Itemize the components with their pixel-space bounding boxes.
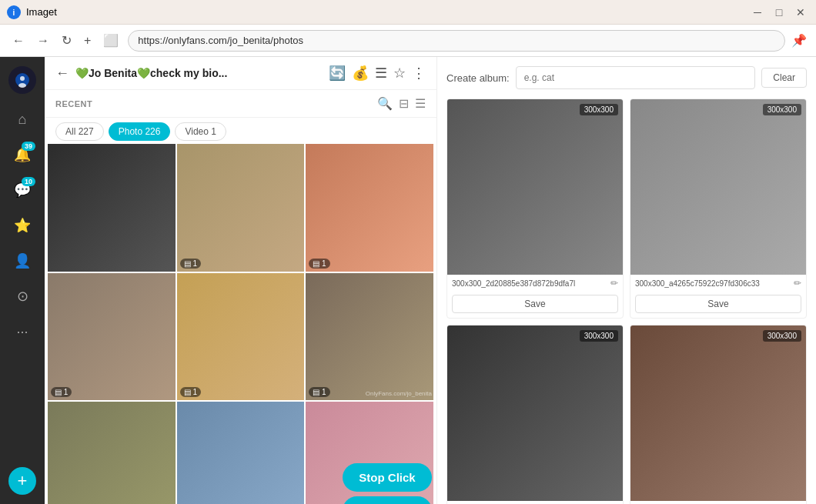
image-info: 300x300_a4265c75922c97fd306c33 ✏: [630, 275, 806, 292]
home-icon: ⌂: [18, 112, 27, 128]
image-size-badge: 300x300: [763, 104, 801, 115]
maximize-button[interactable]: □: [770, 3, 788, 22]
image-thumbnail: 300x300: [447, 99, 623, 275]
new-tab-button[interactable]: +: [81, 31, 94, 51]
list-item[interactable]: [177, 402, 305, 504]
float-buttons: Stop Click Auto Scroll: [343, 463, 432, 504]
list-item: 300x300 300x300_2d20885e387d872b9dfa7l ✏…: [446, 98, 624, 319]
reload-button[interactable]: ↻: [59, 30, 75, 51]
save-image-button[interactable]: Save: [635, 295, 801, 313]
list-item[interactable]: [48, 144, 176, 272]
album-input[interactable]: [516, 66, 756, 89]
right-panel: Create album: Clear 300x300 300x300_2d20…: [437, 57, 816, 504]
photo-placeholder: [177, 402, 305, 504]
profile-actions: 🔄 💰 ☰ ☆ ⋮: [329, 65, 426, 82]
list-item: 300x300 300x300_58bd41ee280e098b65917 ✏ …: [630, 325, 807, 504]
url-input[interactable]: [128, 30, 785, 52]
messages-badge: 10: [22, 177, 35, 186]
tab-all[interactable]: All 227: [55, 122, 104, 141]
edit-icon[interactable]: ✏: [794, 278, 801, 289]
list-item[interactable]: ▤ 1: [177, 144, 305, 272]
sidebar-item-messages[interactable]: 💬 10: [6, 174, 38, 206]
sidebar-item-home[interactable]: ⌂: [6, 103, 38, 135]
auto-scroll-button[interactable]: Auto Scroll: [343, 496, 432, 504]
forward-button[interactable]: →: [34, 31, 52, 51]
photo-placeholder: [48, 144, 176, 272]
browser-bar: ← → ↻ + ⬜ 📌: [0, 25, 816, 57]
image-info: 300x300_2d20885e387d872b9dfa7l ✏: [447, 275, 623, 292]
photo-placeholder: [48, 273, 176, 401]
sort-tab-icon[interactable]: ☰: [415, 96, 426, 111]
sidebar: ⌂ 🔔 39 💬 10 ⭐ 👤 ⊙ ··· +: [0, 57, 45, 504]
image-info: 300x300_1118a40c908fd6598b202c ✏: [447, 501, 623, 504]
app-logo-icon: i: [6, 5, 22, 20]
list-item[interactable]: ▤ 1: [48, 402, 176, 504]
more-icon: ···: [16, 324, 28, 340]
photo-placeholder: [306, 273, 433, 401]
sidebar-item-search[interactable]: ⊙: [6, 280, 38, 312]
save-image-button[interactable]: Save: [452, 295, 618, 313]
grid-wrapper: ▤ 1 ▤ 1 ▤ 1 ▤ 1: [45, 141, 436, 504]
add-button[interactable]: +: [8, 467, 36, 495]
list-item[interactable]: ▤ 1: [306, 144, 433, 272]
photo-placeholder: [177, 273, 305, 401]
photo-placeholder: [177, 144, 305, 272]
svg-point-3: [20, 76, 25, 81]
image-thumbnail: 300x300: [630, 99, 806, 275]
sidebar-item-notifications[interactable]: 🔔 39: [6, 139, 38, 171]
avatar[interactable]: [8, 66, 36, 94]
sidebar-item-favorites[interactable]: ⭐: [6, 209, 38, 242]
stop-click-button[interactable]: Stop Click: [343, 463, 432, 492]
sidebar-item-more[interactable]: ···: [6, 315, 38, 348]
photo-grid-container: ▤ 1 ▤ 1 ▤ 1 ▤ 1: [45, 141, 436, 504]
photo-placeholder: [306, 144, 433, 272]
photo-placeholder: [48, 402, 176, 504]
list-item[interactable]: ▤ 1 OnlyFans.com/jo_benita: [306, 273, 433, 401]
pin-button[interactable]: 📌: [791, 33, 807, 48]
image-size-badge: 300x300: [580, 104, 618, 115]
profile-name: 💚Jo Benita💚check my bio...: [75, 67, 323, 79]
plus-icon: +: [18, 471, 28, 491]
image-size-badge: 300x300: [763, 330, 801, 342]
tab-photo[interactable]: Photo 226: [109, 122, 171, 141]
profile-back-button[interactable]: ←: [55, 65, 69, 82]
notification-badge: 39: [22, 142, 35, 151]
tab-video[interactable]: Video 1: [175, 122, 226, 141]
back-button[interactable]: ←: [9, 31, 28, 51]
layout-tab-icon[interactable]: ⊟: [399, 96, 409, 111]
svg-point-4: [18, 83, 26, 88]
list-item[interactable]: ▤ 1: [177, 273, 305, 401]
refresh-action-button[interactable]: 🔄: [329, 65, 346, 82]
person-icon: 👤: [14, 252, 31, 269]
image-grid: 300x300 300x300_2d20885e387d872b9dfa7l ✏…: [446, 98, 807, 504]
content-panel: ← 💚Jo Benita💚check my bio... 🔄 💰 ☰ ☆ ⋮ R…: [45, 57, 437, 504]
titlebar: i Imaget ─ □ ✕: [0, 0, 816, 25]
search-tab-icon[interactable]: 🔍: [377, 96, 393, 111]
titlebar-left: i Imaget: [6, 5, 57, 20]
image-info: 300x300_58bd41ee280e098b65917 ✏: [630, 501, 806, 504]
list-item[interactable]: ▤ 1: [48, 273, 176, 401]
more-action-button[interactable]: ⋮: [412, 65, 426, 82]
minimize-button[interactable]: ─: [748, 3, 767, 22]
bookmark-action-button[interactable]: ☆: [393, 65, 406, 82]
svg-text:i: i: [13, 8, 15, 17]
main-layout: ⌂ 🔔 39 💬 10 ⭐ 👤 ⊙ ··· + ← 💚Jo Beni: [0, 57, 816, 504]
photo-badge: ▤ 1: [51, 387, 72, 397]
clear-button[interactable]: Clear: [761, 68, 807, 88]
circle-dot-icon: ⊙: [17, 288, 28, 305]
sidebar-item-profile[interactable]: 👤: [6, 245, 38, 277]
photo-badge: ▤ 1: [309, 259, 329, 269]
list-item: 300x300 300x300_a4265c75922c97fd306c33 ✏…: [630, 98, 807, 319]
list-action-button[interactable]: ☰: [375, 65, 387, 82]
app-title: Imaget: [26, 6, 57, 18]
close-button[interactable]: ✕: [791, 3, 810, 22]
dollar-action-button[interactable]: 💰: [352, 65, 369, 82]
image-size-badge: 300x300: [580, 330, 618, 342]
edit-icon[interactable]: ✏: [610, 278, 618, 289]
profile-header: ← 💚Jo Benita💚check my bio... 🔄 💰 ☰ ☆ ⋮: [45, 57, 436, 90]
album-label: Create album:: [446, 72, 510, 84]
avatar-icon: [15, 72, 30, 88]
list-item: 300x300 300x300_1118a40c908fd6598b202c ✏…: [446, 325, 624, 504]
recent-label: RECENT: [55, 99, 92, 108]
image-thumbnail: 300x300: [447, 325, 623, 501]
